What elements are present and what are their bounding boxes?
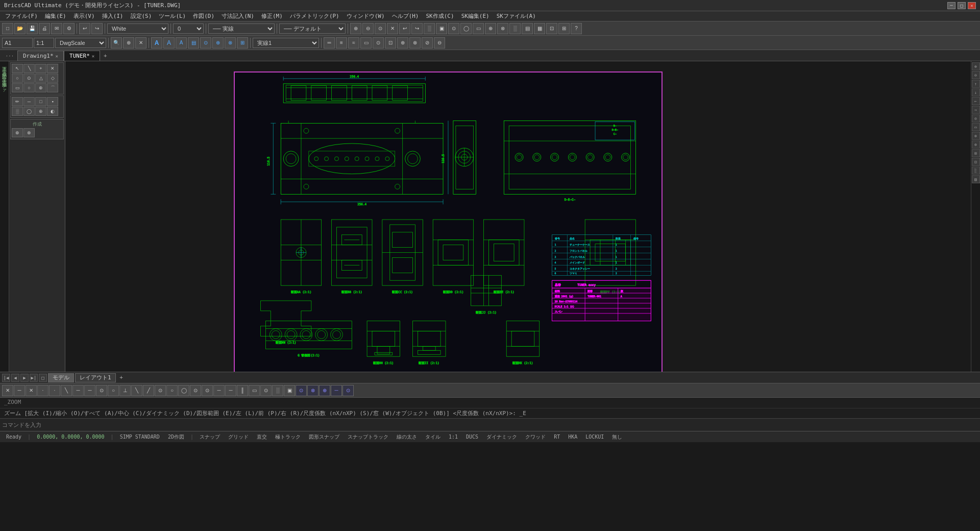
layout-tab-model[interactable]: モデル <box>48 373 74 382</box>
tb2-text-4[interactable]: ▤ <box>188 37 199 49</box>
right-btn-9[interactable]: ⊕ <box>972 132 980 140</box>
btm-btn-1[interactable]: ✕ <box>2 385 13 396</box>
color-selector[interactable]: White <box>107 23 168 34</box>
tb2-text-2[interactable]: A <box>163 37 175 49</box>
tool-circle[interactable]: ○ <box>12 74 23 83</box>
tool-center[interactable]: ⊕ <box>35 83 46 92</box>
tool-box[interactable]: □ <box>35 97 46 106</box>
tool-diamond[interactable]: ◇ <box>47 74 58 83</box>
right-btn-1[interactable]: ⊕ <box>972 62 980 70</box>
left-label-8[interactable]: ファ <box>1 80 8 92</box>
tb2-text-5[interactable]: ⊙ <box>200 37 211 49</box>
left-label-4[interactable]: 図面 <box>1 70 8 72</box>
left-label-7[interactable]: 編集 <box>1 78 8 80</box>
left-label-2[interactable]: 実 <box>1 65 8 67</box>
right-btn-4[interactable]: ↓ <box>972 88 980 96</box>
coord-input[interactable] <box>2 38 33 48</box>
menu-edit[interactable]: 編集(E) <box>42 12 69 20</box>
status-hka[interactable]: HKA <box>566 434 579 440</box>
help-button[interactable]: ? <box>571 23 582 34</box>
tool-ex1[interactable]: ⊕ <box>12 128 23 137</box>
left-label-6[interactable]: 寸法 <box>1 75 8 77</box>
btm-btn-25[interactable]: ▣ <box>284 385 295 396</box>
tool-arc2[interactable]: ⌒ <box>47 83 58 92</box>
right-btn-11[interactable]: ⊞ <box>972 149 980 157</box>
btm-btn-17[interactable]: ⊙ <box>190 385 201 396</box>
btm-btn-18[interactable]: ⊙ <box>202 385 213 396</box>
lineweight-selector[interactable]: ── デフォルト <box>279 23 346 34</box>
btm-btn-10[interactable]: ○ <box>108 385 119 396</box>
btm-btn-7[interactable]: ─ <box>72 385 84 396</box>
tb-icon-13[interactable]: ⊗ <box>497 23 508 34</box>
tb2-text-1[interactable]: A <box>151 37 162 49</box>
right-btn-14[interactable]: ▤ <box>972 175 980 183</box>
tb2-btn-ls2[interactable]: ≡ <box>336 37 347 49</box>
right-btn-12[interactable]: ⊡ <box>972 158 980 166</box>
right-btn-5[interactable]: ← <box>972 97 980 105</box>
tool-cross[interactable]: ✕ <box>47 64 58 73</box>
tb2-text-7[interactable]: ⊗ <box>225 37 236 49</box>
left-label-1[interactable]: 下書 <box>1 62 8 64</box>
layout-nav-last[interactable]: ▶| <box>30 374 38 382</box>
tab-drawing1-close[interactable]: ✕ <box>56 54 58 59</box>
tool-hatch[interactable]: ░ <box>12 107 23 116</box>
menu-sk-create[interactable]: SK作成(C) <box>423 12 457 20</box>
tool-ellipse[interactable]: ○ <box>23 83 35 92</box>
menu-parametric[interactable]: パラメトリック(P) <box>287 12 342 20</box>
linetype-selector[interactable]: ── 実線 <box>208 23 275 34</box>
tb2-btn-ls1[interactable]: ═ <box>324 37 335 49</box>
menu-settings[interactable]: 設定(S) <box>128 12 155 20</box>
command-input[interactable] <box>43 420 978 430</box>
tb2-btn-ls3[interactable]: ≈ <box>348 37 359 49</box>
linestyle-selector[interactable]: 実線1 <box>253 38 319 48</box>
btm-btn-snap5[interactable]: ⊙ <box>342 385 354 396</box>
btm-btn-15[interactable]: ○ <box>166 385 178 396</box>
btm-btn-23[interactable]: ⊙ <box>260 385 272 396</box>
status-ortho[interactable]: 直交 <box>255 433 269 441</box>
status-polar[interactable]: 極トラック <box>273 433 303 441</box>
menu-view[interactable]: 表示(V) <box>70 12 98 20</box>
close-button[interactable]: ✕ <box>968 2 976 9</box>
status-scale[interactable]: 1:1 <box>447 434 460 440</box>
undo-button[interactable]: ↩ <box>79 23 90 34</box>
tb2-btn-ls8[interactable]: ⊗ <box>409 37 421 49</box>
status-rt[interactable]: RT <box>552 434 562 440</box>
tb-btn-5[interactable]: ✉ <box>51 23 62 34</box>
tb-icon-4[interactable]: ✕ <box>387 23 398 34</box>
btm-btn-13[interactable]: ╱ <box>143 385 154 396</box>
open-button[interactable]: 📂 <box>14 23 26 34</box>
tb-icon-7[interactable]: ░ <box>424 23 435 34</box>
layout-tab-layout1[interactable]: レイアウト1 <box>75 373 116 382</box>
tool-region[interactable]: ◯ <box>23 107 35 116</box>
btm-btn-21[interactable]: ║ <box>237 385 248 396</box>
tool-plus[interactable]: + <box>35 64 46 73</box>
btm-btn-8[interactable]: ─ <box>84 385 95 396</box>
tb-icon-9[interactable]: ⊙ <box>448 23 459 34</box>
tb2-text-8[interactable]: ⊞ <box>237 37 248 49</box>
minimize-button[interactable]: ─ <box>947 2 955 9</box>
tb-icon-17[interactable]: ⊡ <box>546 23 557 34</box>
tb-icon-3[interactable]: ⊙ <box>375 23 386 34</box>
btm-btn-24[interactable]: ░ <box>272 385 283 396</box>
tb2-text-3[interactable]: A <box>176 37 187 49</box>
btm-btn-14[interactable]: ⊙ <box>155 385 166 396</box>
right-btn-3[interactable]: ↑ <box>972 80 980 88</box>
btm-btn-9[interactable]: ⊙ <box>96 385 107 396</box>
status-objsnap[interactable]: 図形スナップ <box>307 433 341 441</box>
dwgscale-selector[interactable]: DwgScale <box>55 38 106 48</box>
layout-nav-add[interactable]: □ <box>39 374 47 382</box>
btm-btn-19[interactable]: ─ <box>213 385 225 396</box>
restore-button[interactable]: □ <box>958 2 966 9</box>
tab-add-button[interactable]: + <box>100 51 110 61</box>
status-snap[interactable]: スナップ <box>198 433 222 441</box>
tb2-btn-ls4[interactable]: ▭ <box>360 37 372 49</box>
menu-tools[interactable]: ツール(L) <box>156 12 189 20</box>
left-label-5[interactable]: 文字 <box>1 73 8 75</box>
tool-line2[interactable]: ─ <box>23 97 35 106</box>
btm-btn-snap2[interactable]: ⊗ <box>307 385 318 396</box>
tool-gradient[interactable]: ⊕ <box>35 107 46 116</box>
print-button[interactable]: 🖨 <box>39 23 50 34</box>
menu-help[interactable]: ヘルプ(H) <box>389 12 422 20</box>
tab-drawing1[interactable]: Drawing1* ✕ <box>17 51 64 61</box>
new-button[interactable]: □ <box>2 23 13 34</box>
